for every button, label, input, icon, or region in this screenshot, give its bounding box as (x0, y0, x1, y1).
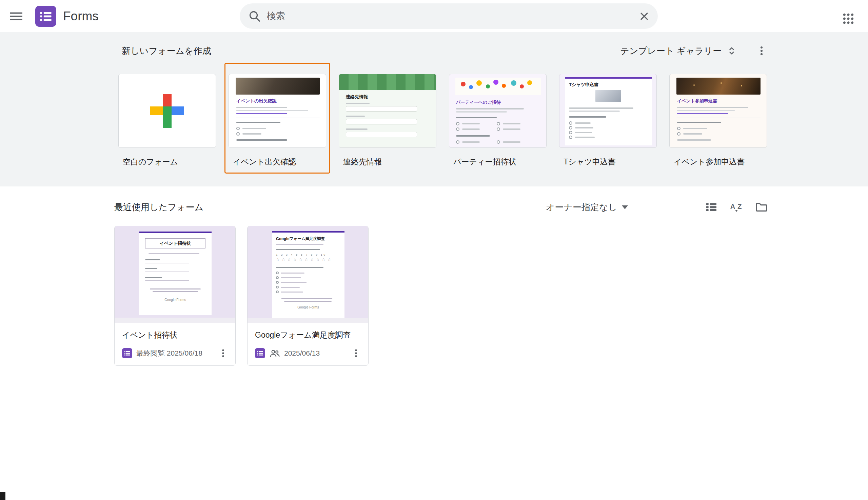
unfold-more-icon (725, 45, 738, 57)
form-line (236, 107, 287, 108)
template-thumbnail-party-invite: パーティーへのご招待 (449, 74, 546, 148)
google-apps-button[interactable] (837, 8, 859, 30)
page-bottom-strip (115, 318, 235, 323)
thumb-title: イベント参加申込書 (677, 98, 717, 104)
green-banner (339, 74, 436, 90)
template-gallery-label: テンプレート ギャラリー (620, 45, 722, 57)
consent-line (153, 291, 198, 292)
rating-scale-numbers: 1 2 3 4 5 6 7 8 9 10 (276, 253, 341, 256)
template-thumbnail-event-registration: イベント参加申込書 (669, 74, 767, 148)
form-field (346, 106, 417, 112)
consent-line (284, 301, 331, 302)
sort-az-icon: A Z (730, 200, 743, 214)
owner-filter-dropdown[interactable]: オーナー指定なし (542, 198, 631, 216)
question-line (456, 117, 497, 118)
hamburger-icon (8, 8, 24, 24)
question-line (276, 267, 324, 268)
thumb-title: イベントの出欠確認 (236, 98, 277, 104)
consent-line (150, 288, 201, 289)
template-label: Tシャツ申込書 (564, 157, 660, 167)
main-menu-button[interactable] (4, 4, 29, 29)
thumb-title: イベント招待状 (160, 240, 191, 247)
search-input[interactable] (267, 11, 634, 21)
last-opened-date: 2025/06/13 (284, 349, 320, 357)
template-card-blank-form[interactable]: 空白のフォーム (114, 63, 220, 173)
form-line (456, 108, 524, 110)
divider (676, 118, 760, 118)
apps-grid-icon (842, 12, 855, 25)
recent-cards-row: イベント招待状 Google Forms イベント招待状 (114, 226, 771, 366)
forms-file-icon (255, 348, 265, 358)
forms-home-page: Forms (0, 0, 868, 500)
shared-people-icon (269, 348, 280, 359)
template-card-event-registration[interactable]: イベント参加申込書 イベント参加申込書 (665, 63, 771, 173)
template-card-event-rsvp[interactable]: イベントの出欠確認 イベント出欠確認 (224, 63, 330, 173)
forms-file-icon (122, 348, 132, 358)
question-line (276, 249, 320, 250)
template-section-title: 新しいフォームを作成 (122, 45, 211, 57)
template-thumbnail-blank (119, 74, 216, 148)
template-label: パーティー招待状 (453, 157, 550, 167)
theme-bar (272, 231, 345, 232)
question-line (236, 122, 280, 123)
template-card-party-invite[interactable]: パーティーへのご招待 パーティー招待状 (445, 63, 551, 173)
recent-card-more-button[interactable] (216, 346, 230, 361)
list-view-icon (704, 200, 718, 214)
open-file-picker-button[interactable] (752, 197, 771, 217)
page-bottom-strip (248, 318, 368, 323)
radio-dot (236, 132, 240, 136)
template-thumbnail-contact-info: 連絡先情報 (339, 74, 436, 148)
recent-form-meta: 最終閲覧 2025/06/18 (122, 346, 230, 361)
search-button[interactable] (245, 6, 265, 26)
rating-stars-row: ☆ ☆ ☆ ☆ ☆ ☆ ☆ ☆ ☆ ☆ (276, 257, 341, 262)
corner-artifact (0, 492, 5, 500)
template-card-tshirt-signup[interactable]: Tシャツ申込書 Tシャツ申込書 (555, 63, 661, 173)
multicolor-plus-icon (150, 94, 184, 128)
template-label: イベント出欠確認 (233, 157, 329, 167)
folder-icon (754, 200, 769, 214)
question-line (569, 116, 606, 118)
form-line (346, 103, 370, 104)
search-clear-button[interactable] (634, 6, 654, 26)
close-icon (638, 10, 650, 22)
forms-home-link[interactable]: Forms (35, 6, 99, 27)
svg-text:Z: Z (737, 203, 742, 210)
owner-filter-label: オーナー指定なし (546, 201, 617, 213)
divider (236, 118, 320, 118)
recent-section-title: 最近使用したフォーム (114, 201, 203, 213)
template-section-header: 新しいフォームを作成 テンプレート ギャラリー (114, 40, 771, 61)
title-box: イベント招待状 (145, 238, 205, 249)
template-thumbnail-tshirt: Tシャツ申込書 (559, 74, 657, 148)
radio-dot (236, 127, 240, 130)
recent-form-card-event-invitation[interactable]: イベント招待状 Google Forms イベント招待状 (114, 226, 236, 366)
list-view-button[interactable] (702, 197, 721, 217)
recent-card-info: Googleフォーム満足度調査 (248, 323, 368, 365)
chevron-down-icon (622, 205, 628, 209)
template-thumbnail-event-rsvp: イベントの出欠確認 (228, 74, 326, 148)
recent-card-more-button[interactable] (349, 346, 363, 361)
form-field (346, 119, 417, 124)
template-label: イベント参加申込書 (674, 157, 770, 167)
template-label: 空白のフォーム (123, 157, 219, 167)
template-section-more-button[interactable] (752, 41, 771, 60)
form-line (346, 116, 365, 117)
recent-form-card-satisfaction-survey[interactable]: Googleフォーム満足度調査 1 2 3 4 5 6 7 8 9 10 ☆ ☆… (247, 226, 369, 366)
kebab-menu-icon (218, 348, 228, 358)
thumb-title: パーティーへのご招待 (456, 99, 501, 105)
template-cards-row: 空白のフォーム イベントの出欠確認 イベン (114, 63, 771, 173)
photo-banner (676, 78, 760, 94)
template-section: 新しいフォームを作成 テンプレート ギャラリー (0, 32, 868, 186)
form-link-line (236, 113, 287, 114)
thumb-title: Tシャツ申込書 (569, 82, 598, 88)
question-line (236, 139, 287, 141)
last-opened-date: 最終閲覧 2025/06/18 (136, 349, 202, 358)
recent-form-title: イベント招待状 (122, 330, 230, 340)
form-field (346, 132, 417, 137)
sort-az-button[interactable]: A Z (727, 197, 746, 217)
theme-bar (139, 231, 212, 233)
consent-line (281, 298, 332, 299)
template-card-contact-info[interactable]: 連絡先情報 連絡先情報 (335, 63, 440, 173)
search-icon (248, 10, 261, 23)
google-forms-footer: Google Forms (272, 305, 345, 309)
template-gallery-button[interactable]: テンプレート ギャラリー (616, 41, 742, 60)
